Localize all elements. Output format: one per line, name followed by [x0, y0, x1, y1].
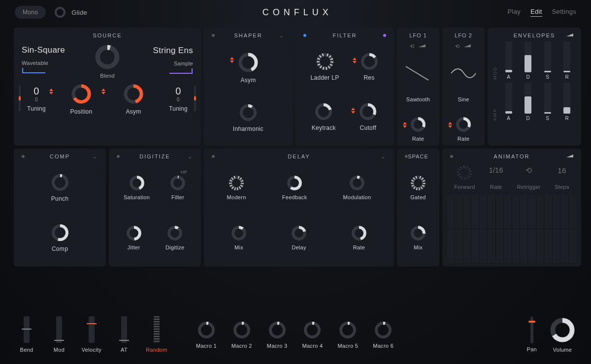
- tuning-b-semi[interactable]: 0: [175, 86, 181, 97]
- shaper-panel: SHAPER⌄ Asym Inharmonic: [204, 28, 293, 146]
- lfo2-panel: LFO 2 ⟲ Sine Rate: [442, 28, 485, 146]
- comp-knob[interactable]: [50, 223, 70, 243]
- delay-rate-knob[interactable]: [351, 225, 367, 242]
- tuning-a-fine[interactable]: 0: [35, 97, 38, 102]
- svg-point-53: [235, 323, 249, 337]
- animator-ramp-icon[interactable]: [565, 153, 574, 158]
- lfo2-rate-knob[interactable]: [455, 116, 472, 133]
- modulation-knob[interactable]: [349, 175, 365, 191]
- animator-rate-value[interactable]: 1/16: [489, 166, 503, 174]
- punch-knob[interactable]: [50, 173, 70, 192]
- svg-point-0: [98, 47, 117, 66]
- space-gated-knob[interactable]: [410, 175, 427, 191]
- saturation-knob[interactable]: [129, 175, 145, 191]
- at-slider[interactable]: [121, 316, 127, 343]
- amp-s-slider[interactable]: [544, 83, 551, 114]
- lfo1-rate-knob[interactable]: [410, 116, 427, 133]
- glide-label: Glide: [71, 9, 87, 16]
- amp-r-slider[interactable]: [563, 83, 570, 114]
- delay-chevron-icon[interactable]: ⌄: [381, 153, 386, 160]
- blend-label: Blend: [100, 73, 115, 79]
- digitize-title: DIGITIZE: [139, 153, 170, 159]
- shaper-chevron-icon[interactable]: ⌄: [279, 32, 285, 39]
- macro-1-knob[interactable]: [197, 320, 216, 340]
- space-mix-knob[interactable]: [410, 225, 427, 242]
- source-title: SOURCE: [19, 32, 196, 38]
- keytrack-knob[interactable]: [314, 102, 333, 121]
- random-slider[interactable]: [154, 316, 160, 343]
- bend-slider[interactable]: [24, 316, 30, 343]
- delay-title: DELAY: [288, 153, 310, 159]
- mono-toggle[interactable]: Mono: [15, 6, 46, 19]
- mod-r-slider[interactable]: [563, 41, 570, 72]
- envelopes-ramp-icon[interactable]: [565, 32, 574, 37]
- glide-knob[interactable]: [55, 7, 66, 18]
- lfo1-retrigger-icon[interactable]: ⟲: [410, 43, 414, 50]
- svg-point-55: [270, 323, 284, 337]
- digitize-filter-knob[interactable]: [169, 175, 186, 191]
- amp-d-slider[interactable]: [525, 83, 531, 114]
- lfo1-title: LFO 1: [402, 32, 434, 38]
- mod-a-slider[interactable]: [505, 41, 512, 72]
- macro-4-knob[interactable]: [302, 320, 322, 340]
- svg-point-61: [376, 323, 390, 337]
- tuning-a-semi[interactable]: 0: [33, 86, 39, 97]
- comp-title: COMP: [50, 153, 70, 159]
- mod-d-slider[interactable]: [525, 41, 531, 72]
- comp-chevron-icon[interactable]: ⌄: [93, 153, 98, 160]
- blend-knob[interactable]: [94, 43, 121, 71]
- macro-6-knob[interactable]: [373, 320, 393, 340]
- cutoff-knob[interactable]: [358, 102, 378, 121]
- mod-s-slider[interactable]: [544, 41, 551, 72]
- filter-type-knob[interactable]: [315, 52, 335, 71]
- macro-2-knob[interactable]: [232, 320, 252, 340]
- svg-point-8: [241, 106, 255, 120]
- lfo2-retrigger-icon[interactable]: ⟲: [455, 43, 460, 50]
- svg-point-32: [169, 227, 181, 239]
- volume-knob[interactable]: [549, 316, 576, 344]
- lfo1-ramp-icon[interactable]: [418, 43, 427, 48]
- nav-edit[interactable]: Edit: [530, 8, 542, 17]
- source-asym-label: Asym: [126, 108, 141, 115]
- delay-modern-knob[interactable]: [228, 175, 245, 191]
- osc-b-name[interactable]: String Ens: [123, 46, 193, 56]
- nav-play[interactable]: Play: [508, 8, 521, 17]
- lfo2-wave-display[interactable]: [449, 62, 478, 84]
- animator-retrigger-icon[interactable]: ⟲: [525, 166, 532, 175]
- mod-slider[interactable]: [56, 316, 62, 343]
- shaper-asym-knob[interactable]: [237, 51, 260, 74]
- animator-forward-knob[interactable]: [456, 164, 473, 181]
- lfo2-shape-label: Sine: [458, 96, 469, 102]
- lfo2-ramp-icon[interactable]: [463, 43, 472, 48]
- digitize-chevron-icon[interactable]: ⌄: [188, 153, 193, 160]
- digitize-panel: DIGITIZE⌄ Saturation HPFilter Jitter Dig…: [109, 149, 201, 267]
- pan-slider[interactable]: [530, 317, 533, 343]
- position-knob[interactable]: [70, 83, 93, 105]
- svg-point-59: [341, 323, 355, 337]
- digitize-knob[interactable]: [166, 225, 183, 242]
- delay-time-knob[interactable]: [291, 225, 307, 242]
- shaper-title: SHAPER: [234, 32, 262, 38]
- osc-a-name[interactable]: Sin-Square: [22, 45, 92, 55]
- feedback-knob[interactable]: [286, 175, 303, 191]
- inharmonic-knob[interactable]: [238, 103, 258, 122]
- osc-b-type: Sample: [123, 61, 193, 66]
- svg-point-28: [172, 177, 184, 189]
- source-asym-knob[interactable]: [122, 83, 145, 105]
- source-panel: SOURCE Sin-Square Wavetable Blend String…: [14, 28, 201, 146]
- animator-step-grid[interactable]: [447, 195, 576, 263]
- delay-mix-knob[interactable]: [230, 225, 247, 242]
- amp-a-slider[interactable]: [505, 83, 512, 114]
- comp-panel: COMP⌄ Punch Comp: [14, 149, 106, 267]
- position-label: Position: [70, 108, 92, 115]
- tuning-b-fine[interactable]: 0: [177, 97, 180, 102]
- macro-3-knob[interactable]: [267, 320, 287, 340]
- animator-panel: ANIMATOR Forward 1/16Rate ⟲Retrigger 16S…: [442, 149, 581, 267]
- jitter-knob[interactable]: [126, 225, 142, 242]
- lfo1-wave-display[interactable]: [404, 62, 432, 84]
- velocity-slider[interactable]: [89, 316, 95, 343]
- macro-5-knob[interactable]: [338, 320, 358, 340]
- animator-steps-value[interactable]: 16: [558, 166, 566, 175]
- nav-settings[interactable]: Settings: [552, 8, 576, 17]
- res-knob[interactable]: [360, 52, 379, 71]
